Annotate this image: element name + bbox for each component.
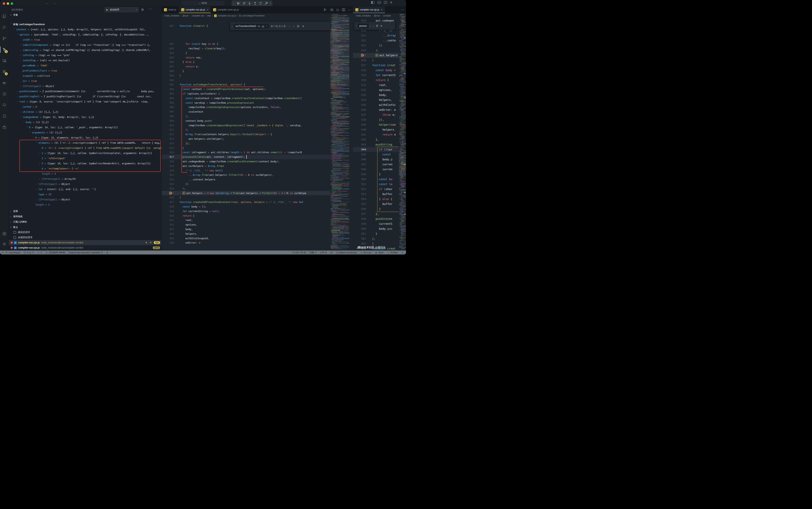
code-line[interactable]: return n [372,132,399,137]
code-line[interactable]: }; [372,236,399,241]
code-line[interactable]: ); [372,48,399,53]
code-line[interactable]: helpers, [180,232,330,236]
variable-row[interactable]: cached = 0 [9,104,162,109]
breakpoint-row[interactable]: ✓compiler-ssr.cjs.jsnode_modules/@vue/co… [9,245,162,250]
launch-config-dropdown[interactable]: ▶ 启动程序 ˅ [104,7,139,12]
restart-icon[interactable] [259,2,262,5]
code-line[interactable]: } [372,241,399,246]
tab-compiler-ssr.cjs.js[interactable]: JScompiler-ssr.cjs.js× [179,6,211,13]
start-debug-icon[interactable]: ▶ [106,8,108,11]
section-2[interactable]: ›已载入的脚本 [9,219,162,225]
checkbox[interactable] [13,236,16,239]
breadcrumb-item[interactable]: @vue [374,14,380,17]
code-line[interactable]: ast.codegenNode = compilerDom.createBloc… [180,159,330,164]
variable-row[interactable]: ›[[Prototype]] = Array(0) [9,176,162,181]
code-line[interactable]: ...conte [372,38,399,43]
variable-row[interactable]: ›isBuiltInComponent = (tag) => {\n if (t… [9,42,162,47]
status-item-encoding[interactable]: UTF-8 [320,251,327,254]
code-line[interactable]: ast.ssrHelpers = Array.from( [180,164,330,168]
activity-item-source-control[interactable] [0,34,9,43]
variable-row[interactable]: ›3 = {type: 14, loc: {…}, callee: Symbol… [9,161,162,166]
more-actions-icon[interactable]: ⋯ [348,8,351,11]
code-line[interactable]: pushStatem [372,216,399,221]
gear-icon[interactable]: ⚙ [141,8,144,11]
activity-item-extensions[interactable]: 3 [0,67,9,76]
code-line[interactable]: let currentS [372,73,399,77]
breakpoint-checkbox[interactable]: ✓ [14,241,17,244]
close-icon[interactable]: × [207,8,208,11]
status-item-go-live[interactable]: Go Live [360,251,371,254]
activity-item-timer[interactable] [0,89,9,99]
code-line[interactable]: onError: o [372,107,399,112]
variable-row[interactable]: ›[[Prototype]] = Object [9,181,162,187]
variable-row[interactable]: ˅elements = (5) ['<!--[--><script>\nimpo… [9,140,162,145]
history-nav[interactable]: ← → [46,1,58,5]
code-line[interactable]: if (options.ssrCssVars) { [180,91,330,96]
code-line[interactable]: } [180,73,330,78]
command-center-search[interactable]: ⌕ NPM [182,1,224,5]
code-line[interactable]: cssContext [180,109,330,114]
code-line[interactable]: }), [372,117,399,122]
breadcrumb-item[interactable]: dist [207,14,211,17]
find-expand-icon[interactable]: › [231,25,234,27]
status-item-problems[interactable]: 00 [24,251,34,254]
checkbox[interactable] [13,231,16,234]
variable-row[interactable]: 0 = '<!--[--><script>\nimport { ref } fr… [9,145,162,150]
variable-row[interactable]: scopeId = undefined [9,73,162,78]
variable-row[interactable]: ›pushStatement = ƒ pushStatement(stateme… [9,89,162,94]
variable-row[interactable]: ˅context = {root: {…}, options: {…}, bod… [9,27,162,32]
variable-row[interactable]: ˅arguments = (1) [{…}] [9,130,162,135]
variable-row[interactable]: parseMode = 'html' [9,63,162,68]
status-item-cursor-position[interactable]: 行 917, 列 45 [292,251,306,254]
code-line[interactable]: onError: o [180,240,330,245]
breadcrumb-item[interactable]: compile [383,14,391,17]
code-line[interactable]: ...Array.from(ast.helpers).filter((h) ⇒ … [180,173,330,177]
minimap[interactable] [399,13,406,250]
inline-breakpoint-dot[interactable] [282,193,283,194]
code-line[interactable]: } [372,58,399,62]
more-actions-icon[interactable]: ⋯ [149,7,152,11]
variable-row[interactable]: ›isPreTag = (tag) => tag === "pre" [9,53,162,58]
exception-checkbox-row[interactable]: 捕获的异常 [9,230,162,235]
code-line[interactable]: } [180,69,330,73]
variable-row[interactable]: ˅root = {type: 0, source: `\n<script>\ni… [9,99,162,104]
exception-checkbox-row[interactable]: 未捕获的异常 [9,235,162,240]
code-line[interactable]: body, [372,93,399,97]
edit-breakpoint-icon[interactable]: ✎ [145,241,148,244]
variable-row[interactable]: ssr = true [9,78,162,83]
zoom-button[interactable] [11,2,13,5]
variable-row[interactable]: length = 5 [9,171,162,176]
inline-breakpoint-dot[interactable] [231,193,232,194]
code-line[interactable]: res[key] = clone(v[key]); [180,46,330,51]
code-line[interactable]: return v; [180,64,330,69]
variable-row[interactable]: length = 1 [9,202,162,207]
find-in-selection-icon[interactable]: ☰ [376,24,379,27]
code-line[interactable]: helpers, [372,98,399,102]
breadcrumb-item[interactable]: node_modules [164,14,179,17]
code-line[interactable]: ]) [180,182,330,186]
customize-layout-icon[interactable]: ⧉ [390,1,392,4]
tab-compiler-core.cjs.js[interactable]: JScompiler-core.cjs.js [211,6,241,13]
code-line[interactable]: root, [372,83,399,87]
code-line[interactable]: return { [180,213,330,218]
code-line[interactable]: withSlotScopeId, [180,236,330,241]
traffic-lights[interactable] [3,2,15,5]
find-in-selection-icon[interactable]: ☰ [297,25,299,28]
activity-item-search[interactable] [0,23,9,32]
code-line[interactable]: return res; [180,55,330,60]
code-line[interactable]: return { [372,78,399,82]
code-line[interactable]: }); [180,141,330,146]
breadcrumb-item[interactable]: @vue [183,14,188,17]
breadcrumb-item[interactable]: compiler-ssr [192,14,204,17]
code-line[interactable]: ); [180,114,330,118]
breadcrumb-item[interactable]: node_modules [356,14,371,17]
code-line[interactable]: compilerDom.createSimpleExpression(optio… [180,105,330,109]
variable-row[interactable]: ›loc = {start: {…}, end: {…}, source: ''… [9,187,162,192]
find-input[interactable]: proces [358,24,368,28]
section-breakpoints[interactable]: ˅断点 [9,225,162,230]
inline-breakpoint-dot[interactable] [260,193,261,194]
toggle-secondary-sidebar-icon[interactable] [384,1,387,4]
variable-row[interactable]: ˅body = (1) [{…}] [9,120,162,125]
code-line[interactable]: const cssContext = compilerDom.createTra… [180,96,330,101]
code-line[interactable]: for (const key in v) { [180,42,330,46]
